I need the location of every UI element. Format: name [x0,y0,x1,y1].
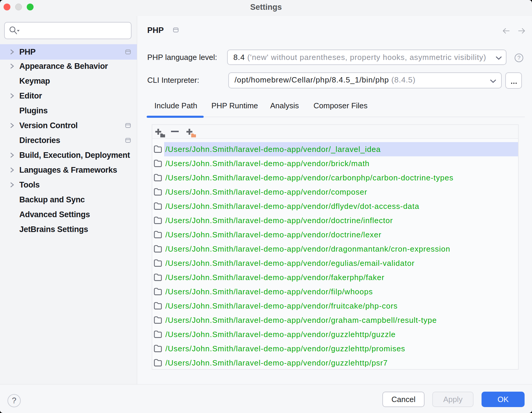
svg-text:?: ? [517,55,521,61]
svg-text:?: ? [12,396,16,405]
